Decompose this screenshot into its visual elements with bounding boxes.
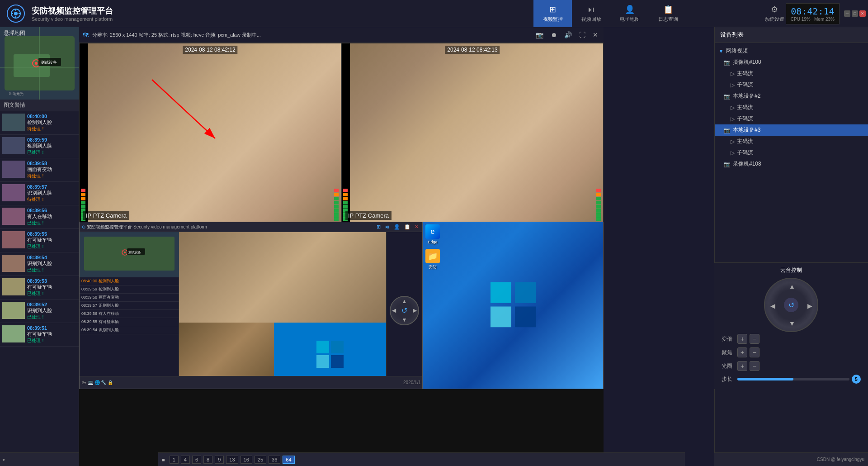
sub-content: 测试设备 08:40:00 检测到人脸 08:39:59 检测到人脸 08:39…	[80, 232, 422, 389]
grid-btn-8[interactable]: 8	[203, 456, 212, 464]
ptz-home-button[interactable]: ↺	[784, 298, 798, 312]
alert-item[interactable]: 08:39:57识别到人脸待处理！	[0, 182, 79, 205]
desktop-area: e Edge 📁 安防	[423, 222, 604, 389]
emap-icon: 👤	[625, 5, 635, 14]
alert-thumbnail	[2, 325, 25, 342]
grid-btn-13[interactable]: 13	[226, 456, 238, 464]
sub-nav-playback[interactable]: ⏯	[383, 223, 391, 230]
tab-playback[interactable]: ⏯ 视频回放	[572, 0, 610, 27]
sub-ptz-left[interactable]: ◀	[392, 307, 396, 314]
ptz-iris-open-button[interactable]: +	[737, 361, 747, 371]
grid-btn-4[interactable]: 4	[181, 456, 190, 464]
alert-item[interactable]: 08:39:54识别到人脸已处理！	[0, 252, 79, 276]
sub-nav-monitor[interactable]: ⊞	[375, 223, 382, 230]
sub-ptz-up[interactable]: ▲	[402, 298, 407, 304]
close-stream-button[interactable]: ✕	[591, 30, 600, 39]
alerts-section: 图文警情 08:40:00检测到人脸待处理！08:39:59检测到人脸已处理！0…	[0, 100, 79, 347]
ptz-step-slider[interactable]	[737, 378, 849, 380]
app-subtitle: Security video management platform	[32, 16, 160, 22]
vu-bar	[343, 193, 348, 196]
tree-item-主码流[interactable]: ▷ 主码流	[715, 68, 868, 79]
fullscreen-button[interactable]: ⛶	[577, 30, 587, 39]
grid-btn-64[interactable]: 64	[283, 456, 294, 464]
vu-bar	[596, 205, 601, 209]
alert-item[interactable]: 08:39:52识别到人脸已处理！	[0, 300, 79, 323]
alert-info: 08:39:55有可疑车辆已处理！	[27, 231, 76, 250]
grid-btn-25[interactable]: 25	[255, 456, 266, 464]
sys-controls: ⚙ 系统设置 08:42:14 CPU 19% Mem 23% ─ □ ✕	[687, 0, 868, 27]
tab-emap[interactable]: 👤 电子地图	[610, 0, 649, 27]
tab-log[interactable]: 📋 日志查询	[649, 0, 687, 27]
tree-item-网络视频[interactable]: ▼ 网络视频	[715, 45, 868, 57]
tree-item-子码流[interactable]: ▷ 子码流	[715, 79, 868, 90]
sub-app-title: 安防视频监控管理平台	[87, 224, 132, 230]
close-button[interactable]: ✕	[859, 10, 866, 17]
svg-text:测试设备: 测试设备	[128, 251, 141, 254]
alert-item[interactable]: 08:40:00检测到人脸待处理！	[0, 111, 79, 135]
ptz-focus-out-button[interactable]: −	[750, 347, 760, 357]
tree-item-主码流[interactable]: ▷ 主码流	[715, 102, 868, 113]
video-monitor-icon: ⊞	[549, 5, 556, 14]
csdn-text: CSDN @ feiyangcingyu	[817, 457, 864, 462]
grid-btn-1[interactable]: 1	[170, 456, 179, 464]
tree-icon: ▼	[718, 48, 724, 54]
alert-item[interactable]: 08:39:53有可疑车辆已处理！	[0, 276, 79, 300]
grid-btn-6[interactable]: 6	[192, 456, 201, 464]
minimize-button[interactable]: ─	[844, 10, 850, 17]
ptz-iris-close-button[interactable]: −	[750, 361, 760, 371]
maximize-button[interactable]: □	[852, 10, 858, 17]
tab-video-monitor[interactable]: ⊞ 视频监控	[533, 0, 572, 27]
ptz-controller: ▲ ▼ ◀ ▶ ↺	[764, 278, 818, 332]
tree-item-子码流[interactable]: ▷ 子码流	[715, 113, 868, 124]
ptz-focus-in-button[interactable]: +	[737, 347, 747, 357]
ptz-left-button[interactable]: ◀	[766, 300, 779, 312]
tree-item-主码流[interactable]: ▷ 主码流	[715, 136, 868, 147]
vu-bar	[343, 189, 348, 192]
map-area: 悬浮地图 测试设备 叫响元光	[0, 27, 79, 100]
sub-video-feed	[179, 232, 386, 323]
sub-close-btn[interactable]: ✕	[413, 223, 420, 230]
sub-map: 测试设备	[80, 232, 179, 277]
grid-btn-9[interactable]: 9	[215, 456, 224, 464]
ptz-focus-label: 聚焦	[722, 349, 735, 357]
alert-item[interactable]: 08:39:55有可疑车辆已处理！	[0, 229, 79, 252]
right-taskbar-info: CSDN @ feiyangcingyu	[714, 452, 868, 466]
alert-item[interactable]: 08:39:59检测到人脸已处理！	[0, 135, 79, 158]
grid-btn-36[interactable]: 36	[269, 456, 280, 464]
settings-button[interactable]: ⚙ 系统设置	[763, 0, 786, 27]
alert-item[interactable]: 08:39:51有可疑车辆已处理！	[0, 323, 79, 347]
screenshot-button[interactable]: 📷	[534, 30, 545, 39]
logo-area: 安防视频监控管理平台 Security video management pla…	[0, 0, 160, 27]
vu-meter-left-right-panel	[342, 43, 350, 223]
alert-type: 有人在移动	[27, 213, 76, 220]
titlebar: 安防视频监控管理平台 Security video management pla…	[0, 0, 868, 27]
ptz-right-button[interactable]: ▶	[803, 300, 816, 312]
audio-button[interactable]: 🔊	[562, 30, 574, 39]
ptz-down-button[interactable]: ▼	[786, 317, 798, 330]
sub-nav-map[interactable]: 👤	[392, 223, 401, 230]
record-button[interactable]: ⏺	[549, 30, 559, 39]
sub-ptz-right[interactable]: ▶	[413, 307, 417, 314]
sub-ptz-down[interactable]: ▼	[402, 317, 407, 323]
ptz-iris-label: 光圈	[722, 362, 735, 370]
ptz-zoom-in-button[interactable]: +	[737, 334, 747, 344]
tree-icon: ▷	[731, 105, 735, 111]
ptz-up-button[interactable]: ▲	[786, 280, 798, 293]
tree-item-摄像机#100[interactable]: 📷 摄像机#100	[715, 57, 868, 68]
alert-item[interactable]: 08:39:56有人在移动已处理！	[0, 205, 79, 229]
tree-item-录像机#108[interactable]: 📷 录像机#108	[715, 158, 868, 170]
grid-btn-16[interactable]: 16	[241, 456, 252, 464]
svg-rect-26	[316, 355, 329, 368]
sub-nav-log[interactable]: 📋	[403, 223, 412, 230]
alert-status: 已处理！	[27, 243, 76, 250]
tree-item-本地设备#2[interactable]: 📷 本地设备#2	[715, 90, 868, 102]
alert-status: 待处理！	[27, 196, 76, 203]
vu-bar	[334, 201, 339, 204]
tree-item-子码流[interactable]: ▷ 子码流	[715, 147, 868, 158]
grid-selector-bar: ■ 1 4 6 8 9 13 16 25 36 64	[158, 452, 685, 466]
video-panels: 2024-08-12 08:42:12 IP PTZ Camera	[79, 43, 604, 224]
tree-item-本地设备#3[interactable]: 📷 本地设备#3	[715, 124, 868, 136]
ptz-zoom-out-button[interactable]: −	[750, 334, 760, 344]
ptz-iris-row: 光圈 + −	[718, 359, 864, 373]
alert-item[interactable]: 08:39:58画面有变动待处理！	[0, 158, 79, 182]
